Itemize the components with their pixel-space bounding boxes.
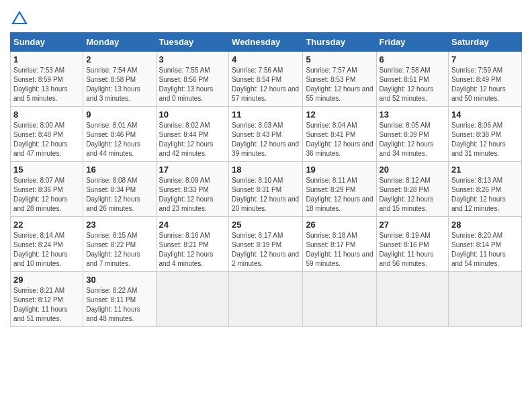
logo [10,9,30,28]
calendar-table: SundayMondayTuesdayWednesdayThursdayFrid… [10,32,522,327]
day-info: Sunrise: 7:54 AMSunset: 8:58 PMDaylight:… [86,66,152,103]
calendar-cell: 10Sunrise: 8:02 AMSunset: 8:44 PMDayligh… [156,107,229,162]
day-info: Sunrise: 8:19 AMSunset: 8:16 PMDaylight:… [380,231,446,269]
day-number: 7 [451,54,519,64]
calendar-cell: 14Sunrise: 8:06 AMSunset: 8:38 PMDayligh… [449,107,522,162]
day-info: Sunrise: 8:05 AMSunset: 8:39 PMDaylight:… [380,121,446,158]
logo-icon [10,9,29,28]
day-info: Sunrise: 8:11 AMSunset: 8:29 PMDaylight:… [306,176,373,214]
day-info: Sunrise: 8:17 AMSunset: 8:19 PMDaylight:… [232,231,300,269]
day-info: Sunrise: 8:10 AMSunset: 8:31 PMDaylight:… [232,176,300,214]
day-number: 1 [13,54,80,64]
day-info: Sunrise: 8:20 AMSunset: 8:14 PMDaylight:… [451,231,519,269]
day-info: Sunrise: 8:18 AMSunset: 8:17 PMDaylight:… [306,231,373,269]
day-info: Sunrise: 8:21 AMSunset: 8:12 PMDaylight:… [13,286,80,324]
calendar-cell: 1Sunrise: 7:53 AMSunset: 8:59 PMDaylight… [11,52,83,107]
calendar-cell: 5Sunrise: 7:57 AMSunset: 8:53 PMDaylight… [303,52,376,107]
column-header-thursday: Thursday [303,33,376,52]
day-number: 24 [159,220,226,230]
calendar-cell: 22Sunrise: 8:14 AMSunset: 8:24 PMDayligh… [11,217,83,272]
day-info: Sunrise: 8:15 AMSunset: 8:22 PMDaylight:… [86,231,152,269]
calendar-cell: 26Sunrise: 8:18 AMSunset: 8:17 PMDayligh… [303,217,376,272]
day-info: Sunrise: 8:08 AMSunset: 8:34 PMDaylight:… [86,176,152,214]
calendar-cell: 30Sunrise: 8:22 AMSunset: 8:11 PMDayligh… [83,272,156,327]
day-info: Sunrise: 8:07 AMSunset: 8:36 PMDaylight:… [13,176,80,214]
day-info: Sunrise: 7:55 AMSunset: 8:56 PMDaylight:… [159,66,226,103]
calendar-cell: 20Sunrise: 8:12 AMSunset: 8:28 PMDayligh… [376,162,449,217]
day-number: 8 [13,109,80,120]
day-number: 13 [380,109,446,120]
calendar-cell: 25Sunrise: 8:17 AMSunset: 8:19 PMDayligh… [229,217,303,272]
calendar-cell [229,272,303,327]
calendar-cell: 7Sunrise: 7:59 AMSunset: 8:49 PMDaylight… [449,52,522,107]
calendar-cell: 8Sunrise: 8:00 AMSunset: 8:48 PMDaylight… [11,107,83,162]
day-info: Sunrise: 8:14 AMSunset: 8:24 PMDaylight:… [13,231,80,269]
calendar-cell: 23Sunrise: 8:15 AMSunset: 8:22 PMDayligh… [83,217,156,272]
day-number: 28 [451,220,519,230]
calendar-cell: 24Sunrise: 8:16 AMSunset: 8:21 PMDayligh… [156,217,229,272]
day-number: 25 [232,220,300,230]
column-header-saturday: Saturday [449,33,522,52]
calendar-header-row: SundayMondayTuesdayWednesdayThursdayFrid… [11,33,522,52]
calendar-cell: 29Sunrise: 8:21 AMSunset: 8:12 PMDayligh… [11,272,83,327]
day-number: 17 [159,165,226,175]
calendar-cell: 18Sunrise: 8:10 AMSunset: 8:31 PMDayligh… [229,162,303,217]
calendar-cell [303,272,376,327]
calendar-week-row: 22Sunrise: 8:14 AMSunset: 8:24 PMDayligh… [11,217,522,272]
column-header-friday: Friday [376,33,449,52]
day-info: Sunrise: 8:16 AMSunset: 8:21 PMDaylight:… [159,231,226,269]
day-info: Sunrise: 8:06 AMSunset: 8:38 PMDaylight:… [451,121,519,158]
day-number: 19 [306,165,373,175]
day-number: 12 [306,109,373,120]
day-number: 2 [86,54,152,64]
day-number: 4 [232,54,300,64]
day-info: Sunrise: 7:57 AMSunset: 8:53 PMDaylight:… [306,66,373,103]
calendar-week-row: 8Sunrise: 8:00 AMSunset: 8:48 PMDaylight… [11,107,522,162]
column-header-wednesday: Wednesday [229,33,303,52]
calendar-cell: 2Sunrise: 7:54 AMSunset: 8:58 PMDaylight… [83,52,156,107]
calendar-week-row: 1Sunrise: 7:53 AMSunset: 8:59 PMDaylight… [11,52,522,107]
calendar-cell: 21Sunrise: 8:13 AMSunset: 8:26 PMDayligh… [449,162,522,217]
day-number: 30 [86,275,152,285]
column-header-tuesday: Tuesday [156,33,229,52]
calendar-cell: 15Sunrise: 8:07 AMSunset: 8:36 PMDayligh… [11,162,83,217]
calendar-cell: 13Sunrise: 8:05 AMSunset: 8:39 PMDayligh… [376,107,449,162]
day-info: Sunrise: 7:53 AMSunset: 8:59 PMDaylight:… [13,66,80,103]
day-info: Sunrise: 7:56 AMSunset: 8:54 PMDaylight:… [232,66,300,103]
day-info: Sunrise: 8:01 AMSunset: 8:46 PMDaylight:… [86,121,152,158]
day-number: 27 [380,220,446,230]
day-info: Sunrise: 8:00 AMSunset: 8:48 PMDaylight:… [13,121,80,158]
day-info: Sunrise: 8:03 AMSunset: 8:43 PMDaylight:… [232,121,300,158]
column-header-monday: Monday [83,33,156,52]
calendar-cell: 19Sunrise: 8:11 AMSunset: 8:29 PMDayligh… [303,162,376,217]
day-number: 16 [86,165,152,175]
day-number: 14 [451,109,519,120]
calendar-cell: 9Sunrise: 8:01 AMSunset: 8:46 PMDaylight… [83,107,156,162]
calendar-cell [376,272,449,327]
day-info: Sunrise: 8:12 AMSunset: 8:28 PMDaylight:… [380,176,446,214]
day-number: 23 [86,220,152,230]
calendar-cell: 17Sunrise: 8:09 AMSunset: 8:33 PMDayligh… [156,162,229,217]
day-number: 10 [159,109,226,120]
day-number: 29 [13,275,80,285]
day-number: 5 [306,54,373,64]
calendar-week-row: 29Sunrise: 8:21 AMSunset: 8:12 PMDayligh… [11,272,522,327]
header [10,7,522,28]
day-info: Sunrise: 7:59 AMSunset: 8:49 PMDaylight:… [451,66,519,103]
day-number: 18 [232,165,300,175]
day-info: Sunrise: 8:09 AMSunset: 8:33 PMDaylight:… [159,176,226,214]
day-info: Sunrise: 8:22 AMSunset: 8:11 PMDaylight:… [86,286,152,324]
column-header-sunday: Sunday [11,33,83,52]
calendar-cell: 16Sunrise: 8:08 AMSunset: 8:34 PMDayligh… [83,162,156,217]
calendar-cell: 28Sunrise: 8:20 AMSunset: 8:14 PMDayligh… [449,217,522,272]
day-number: 22 [13,220,80,230]
calendar-week-row: 15Sunrise: 8:07 AMSunset: 8:36 PMDayligh… [11,162,522,217]
day-number: 3 [159,54,226,64]
day-number: 6 [380,54,446,64]
calendar-cell: 4Sunrise: 7:56 AMSunset: 8:54 PMDaylight… [229,52,303,107]
day-info: Sunrise: 8:13 AMSunset: 8:26 PMDaylight:… [451,176,519,214]
calendar-cell: 3Sunrise: 7:55 AMSunset: 8:56 PMDaylight… [156,52,229,107]
day-info: Sunrise: 8:04 AMSunset: 8:41 PMDaylight:… [306,121,373,158]
day-number: 20 [380,165,446,175]
day-number: 26 [306,220,373,230]
